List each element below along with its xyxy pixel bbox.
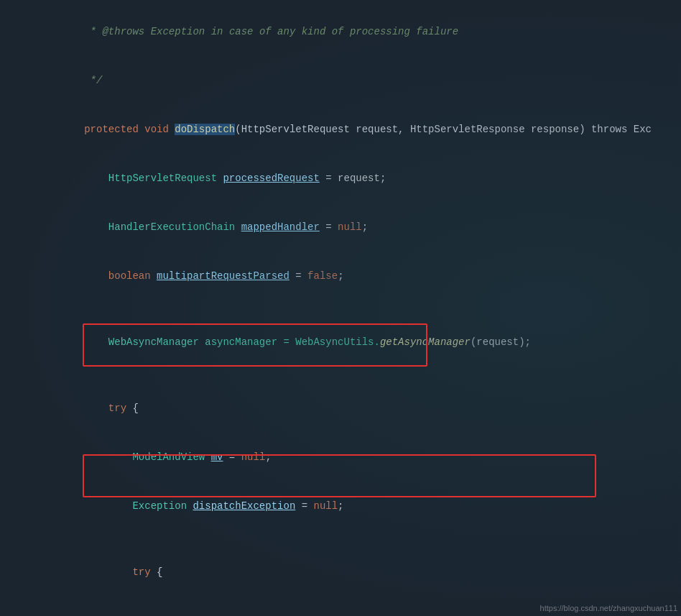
code-token: WebAsyncManager asyncManager = WebAsyncU… bbox=[84, 336, 380, 348]
code-token: false bbox=[307, 270, 338, 282]
code-line: ModelAndView mv = null; bbox=[0, 433, 681, 482]
code-token: null bbox=[241, 451, 266, 463]
code-token: try bbox=[84, 566, 150, 578]
code-token: = bbox=[223, 451, 241, 463]
code-token: HttpServletRequest bbox=[84, 173, 223, 184]
code-line: HandlerExecutionChain mappedHandler = nu… bbox=[0, 203, 681, 252]
line-content: HttpServletRequest processedRequest = re… bbox=[29, 155, 681, 202]
code-token: Exception bbox=[144, 26, 210, 37]
code-line: boolean multipartRequestParsed = false; bbox=[0, 252, 681, 300]
line-content: boolean multipartRequestParsed = false; bbox=[29, 252, 681, 300]
code-token: multipartRequestParsed bbox=[157, 270, 289, 282]
code-token: null bbox=[338, 221, 362, 233]
code-token: ; bbox=[338, 270, 343, 282]
code-token: { bbox=[126, 403, 139, 414]
code-token: (HttpServletRequest request, HttpServlet… bbox=[235, 124, 652, 135]
code-line bbox=[0, 367, 681, 384]
code-token: getAsyncManager bbox=[380, 336, 471, 348]
line-content: protected void doDispatch(HttpServletReq… bbox=[29, 106, 681, 153]
line-content: try { bbox=[29, 548, 681, 596]
code-token: null bbox=[314, 500, 338, 512]
code-line bbox=[0, 300, 681, 318]
code-line: * @throws Exception in case of any kind … bbox=[0, 7, 681, 56]
code-token: mv bbox=[211, 451, 223, 463]
code-token: * bbox=[84, 26, 102, 37]
code-container: * @throws Exception in case of any kind … bbox=[0, 0, 681, 616]
code-token: { bbox=[151, 566, 163, 578]
code-token: @throws bbox=[102, 26, 144, 37]
code-line bbox=[0, 530, 681, 548]
code-token: in case of any kind of processing failur… bbox=[211, 26, 458, 37]
line-content: try { bbox=[29, 385, 681, 432]
line-content: */ bbox=[29, 57, 681, 104]
line-content: HandlerExecutionChain mappedHandler = nu… bbox=[29, 203, 681, 251]
code-line: try { bbox=[0, 548, 681, 597]
code-token: = bbox=[320, 221, 338, 233]
code-line: protected void doDispatch(HttpServletReq… bbox=[0, 105, 681, 154]
code-token: ModelAndView bbox=[84, 451, 210, 463]
code-token: ; bbox=[265, 451, 271, 463]
code-token: doDispatch bbox=[175, 124, 235, 135]
code-token: ; bbox=[362, 221, 368, 233]
line-content: * @throws Exception in case of any kind … bbox=[29, 8, 681, 55]
code-lines: * @throws Exception in case of any kind … bbox=[0, 7, 681, 616]
line-content bbox=[29, 301, 681, 317]
code-token: HandlerExecutionChain bbox=[84, 221, 241, 233]
code-token: void bbox=[144, 124, 175, 135]
code-token: mappedHandler bbox=[241, 221, 320, 233]
line-content: WebAsyncManager asyncManager = WebAsyncU… bbox=[29, 318, 681, 366]
code-line: */ bbox=[0, 56, 681, 105]
code-line: try { bbox=[0, 384, 681, 433]
line-content bbox=[29, 367, 681, 383]
line-content bbox=[29, 531, 681, 547]
code-token: boolean bbox=[84, 270, 157, 282]
code-token: (request); bbox=[471, 336, 531, 348]
code-token: processedRequest bbox=[223, 173, 319, 184]
code-line: Exception dispatchException = null; bbox=[0, 482, 681, 530]
code-token: */ bbox=[84, 75, 102, 86]
code-token: = bbox=[289, 270, 307, 282]
code-token: protected bbox=[84, 124, 144, 135]
code-token: ; bbox=[338, 500, 343, 512]
line-content: ModelAndView mv = null; bbox=[29, 433, 681, 481]
code-token: = bbox=[295, 500, 313, 512]
code-line: WebAsyncManager asyncManager = WebAsyncU… bbox=[0, 318, 681, 367]
code-token: try bbox=[84, 403, 126, 414]
code-token: Exception bbox=[84, 500, 193, 512]
code-line: HttpServletRequest processedRequest = re… bbox=[0, 154, 681, 203]
code-token: = request; bbox=[320, 173, 386, 184]
watermark: https://blog.csdn.net/zhangxuchuan111 bbox=[540, 604, 677, 612]
line-content: Exception dispatchException = null; bbox=[29, 482, 681, 530]
code-token: dispatchException bbox=[193, 500, 295, 512]
